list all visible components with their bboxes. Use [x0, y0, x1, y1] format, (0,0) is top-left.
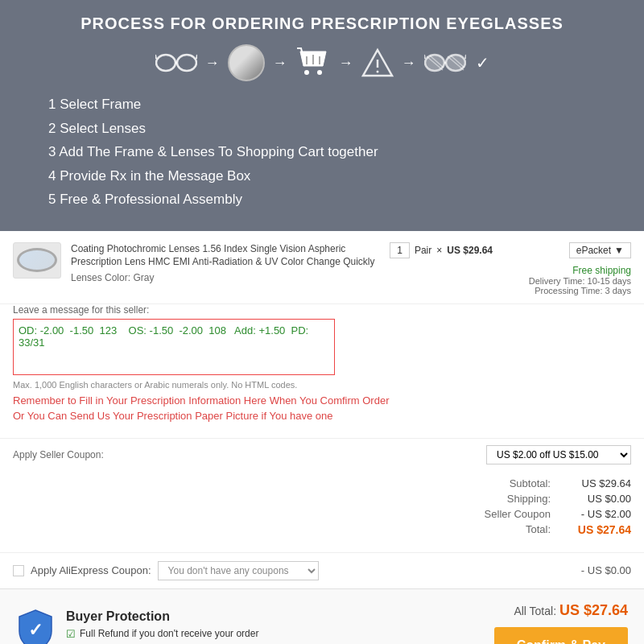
arrow-1: →	[205, 55, 220, 72]
ali-coupon-label: Apply AliExpress Coupon:	[31, 564, 151, 576]
svg-line-3	[155, 55, 156, 59]
item-price: US $29.64	[447, 245, 493, 256]
svg-text:✓: ✓	[28, 620, 43, 640]
processing-time: Processing Time: 3 days	[502, 286, 631, 295]
total-row: Total: US $27.64	[13, 523, 631, 536]
svg-line-4	[196, 55, 197, 59]
protection-item-1: ☑ Full Refund if you don't receive your …	[66, 628, 303, 640]
svg-point-12	[376, 71, 378, 73]
delivery-time: Delivery Time: 10-15 days	[502, 276, 631, 286]
step-icon-triangle	[361, 47, 394, 79]
steps-list: 1 Select Frame 2 Select Lenses 3 Add The…	[48, 94, 596, 210]
all-total: All Total: US $27.64	[514, 602, 628, 619]
seller-message-input[interactable]: OD: -2.00 -1.50 123 OS: -1.50 -2.00 108 …	[13, 319, 335, 375]
shipping-label: Shipping:	[486, 493, 551, 505]
checkmark-icon: ✓	[476, 53, 489, 72]
seller-coupon-row: Seller Coupon - US $2.00	[13, 508, 631, 520]
arrow-3: →	[339, 55, 353, 72]
header-banner: PROCESS FOR ORDERING PRESCRIPTION EYEGLA…	[0, 0, 644, 231]
coupon-row: Apply Seller Coupon: US $2.00 off US $15…	[0, 438, 644, 471]
order-item-row: Coating Photochromic Lenses 1.56 Index S…	[0, 231, 644, 304]
subtotal-row: Subtotal: US $29.64	[13, 477, 631, 489]
seller-coupon-select[interactable]: US $2.00 off US $15.00	[486, 445, 631, 464]
step-list-item-3: 3 Add The Frame & Lenses To Shopping Car…	[48, 142, 596, 163]
subtotal-value: US $29.64	[567, 477, 631, 489]
shipping-row: Shipping: US $0.00	[13, 493, 631, 505]
svg-point-6	[317, 70, 322, 75]
dropdown-arrow-icon: ▼	[614, 245, 624, 256]
coupon-label: Apply Seller Coupon:	[13, 449, 104, 460]
arrow-2: →	[273, 55, 287, 72]
item-name: Coating Photochromic Lenses 1.56 Index S…	[71, 242, 380, 270]
step-list-item-1: 1 Select Frame	[48, 94, 596, 115]
item-details: Coating Photochromic Lenses 1.56 Index S…	[71, 242, 380, 284]
protection-text: Buyer Protection ☑ Full Refund if you do…	[66, 609, 303, 645]
item-image	[13, 242, 61, 279]
reminder-text-2: Or You Can Send Us Your Prescription Pap…	[13, 410, 631, 422]
ali-coupon-row: Apply AliExpress Coupon: You don't have …	[0, 552, 644, 588]
ali-coupon-amount: - US $0.00	[581, 564, 631, 576]
bottom-section: ✓ Buyer Protection ☑ Full Refund if you …	[0, 588, 644, 645]
item-qty-price: 1 Pair × US $29.64	[390, 242, 493, 258]
shield-icon: ✓	[16, 609, 55, 645]
lens-thumbnail	[17, 248, 57, 272]
seller-coupon-value: - US $2.00	[567, 508, 631, 520]
step-list-item-2: 2 Select Lenses	[48, 118, 596, 139]
steps-icons-row: → → → →	[24, 44, 620, 81]
svg-point-1	[177, 55, 196, 71]
subtotal-label: Subtotal:	[486, 477, 551, 489]
page-title: PROCESS FOR ORDERING PRESCRIPTION EYEGLA…	[24, 14, 620, 33]
main-content: Coating Photochromic Lenses 1.56 Index S…	[0, 231, 644, 645]
free-shipping-label: Free shipping	[502, 265, 631, 276]
ali-coupon-select[interactable]: You don't have any coupons	[158, 561, 319, 580]
step-list-item-5: 5 Free & Professional Assembly	[48, 189, 596, 210]
step-icon-glasses	[155, 51, 197, 75]
total-label: Total:	[486, 523, 551, 536]
step-icon-cart	[295, 45, 331, 80]
item-shipping-info: ePacket ▼ Free shipping Delivery Time: 1…	[502, 242, 631, 295]
message-label: Leave a message for this seller:	[13, 304, 631, 316]
svg-point-5	[304, 70, 309, 75]
seller-coupon-label: Seller Coupon	[485, 508, 551, 520]
shipping-method-select[interactable]: ePacket ▼	[569, 242, 631, 258]
all-total-amount: US $27.64	[559, 602, 628, 618]
svg-line-17	[465, 55, 466, 59]
step-list-item-4: 4 Provide Rx in the Message Box	[48, 166, 596, 187]
arrow-4: →	[402, 55, 416, 72]
protection-title: Buyer Protection	[66, 609, 303, 624]
message-hint: Max. 1,000 English characters or Arabic …	[13, 380, 631, 390]
step-icon-glasses-striped	[424, 51, 466, 75]
qty-pair: 1 Pair × US $29.64	[390, 242, 493, 258]
confirm-section: All Total: US $27.64 Confirm & Pay	[494, 602, 628, 645]
buyer-protection: ✓ Buyer Protection ☑ Full Refund if you …	[16, 609, 303, 645]
total-value: US $27.64	[567, 523, 631, 536]
shipping-value: US $0.00	[567, 493, 631, 505]
quantity-box[interactable]: 1	[390, 242, 410, 258]
reminder-text-1: Remember to Fill in Your Prescription In…	[13, 394, 631, 407]
svg-line-16	[424, 55, 425, 59]
confirm-pay-button[interactable]: Confirm & Pay	[494, 627, 628, 645]
message-section: Leave a message for this seller: OD: -2.…	[0, 304, 644, 438]
totals-section: Subtotal: US $29.64 Shipping: US $0.00 S…	[0, 471, 644, 552]
check-icon-1: ☑	[66, 628, 76, 640]
item-color: Lenses Color: Gray	[71, 272, 380, 283]
ali-coupon-checkbox[interactable]	[13, 565, 24, 576]
svg-point-0	[156, 55, 175, 71]
step-icon-lens	[228, 44, 265, 81]
